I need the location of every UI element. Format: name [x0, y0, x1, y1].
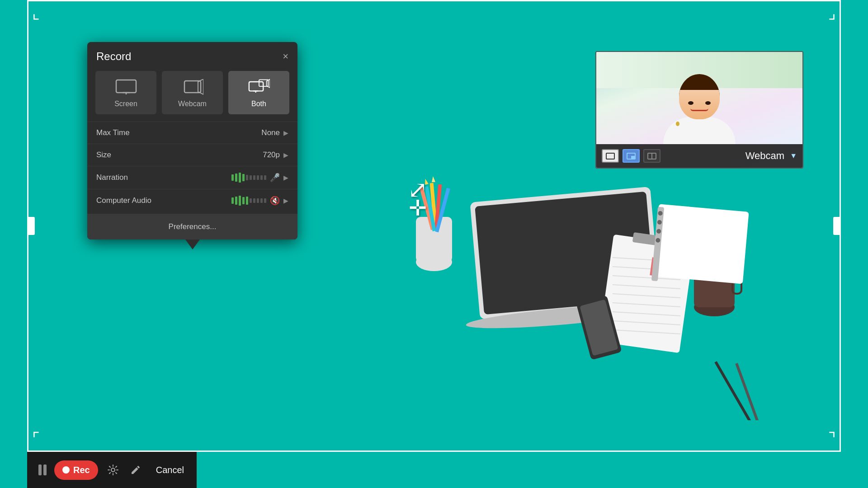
- svg-marker-24: [424, 178, 429, 185]
- source-screen-button[interactable]: Screen: [95, 71, 156, 114]
- layout-full-button[interactable]: [602, 149, 619, 163]
- narration-row[interactable]: Narration 🎤 ▶: [87, 166, 297, 189]
- computer-audio-label: Computer Audio: [96, 196, 231, 205]
- webcam-label: Webcam: [745, 150, 784, 162]
- narration-bars: [231, 173, 266, 183]
- corner-tl-icon: ⌞: [32, 5, 40, 21]
- source-webcam-label: Webcam: [178, 100, 207, 108]
- pause-button[interactable]: [33, 460, 52, 480]
- source-screen-label: Screen: [114, 100, 137, 108]
- svg-marker-25: [431, 176, 435, 183]
- dialog-tail: [185, 239, 200, 249]
- settings-button[interactable]: [103, 460, 123, 480]
- rec-label: Rec: [73, 465, 90, 475]
- narration-arrow-icon: ▶: [283, 174, 288, 181]
- layout-pip-button[interactable]: [623, 149, 640, 163]
- size-row[interactable]: Size 720p ▶: [87, 144, 297, 166]
- webcam-toolbar: Webcam ▼: [596, 144, 802, 168]
- pause-bar-left: [38, 465, 42, 475]
- settings-section: Max Time None ▶ Size 720p ▶ Narration: [87, 120, 297, 214]
- close-button[interactable]: ×: [283, 52, 288, 61]
- size-arrow-icon: ▶: [283, 151, 288, 159]
- rec-button[interactable]: Rec: [54, 460, 98, 480]
- corner-br-icon: ⌝: [828, 431, 836, 447]
- dialog-header: Record ×: [87, 42, 297, 69]
- rec-dot-icon: [62, 466, 70, 474]
- capture-area: ⤢ ✛ ⌞ ⌟ ⌜ ⌝: [27, 0, 841, 452]
- webcam-preview: Webcam ▼: [595, 51, 803, 169]
- edit-button[interactable]: [125, 460, 146, 480]
- svg-rect-30: [735, 363, 760, 420]
- source-webcam-button[interactable]: Webcam: [162, 71, 223, 114]
- computer-audio-bars: [231, 196, 266, 206]
- svg-rect-44: [116, 80, 136, 93]
- size-label: Size: [96, 150, 263, 160]
- corner-bl-icon: ⌜: [32, 431, 40, 447]
- max-time-row[interactable]: Max Time None ▶: [87, 122, 297, 144]
- computer-audio-row[interactable]: Computer Audio 🔇 ▶: [87, 189, 297, 212]
- speaker-icon: 🔇: [270, 196, 280, 206]
- webcam-dropdown-icon[interactable]: ▼: [790, 152, 797, 160]
- computer-audio-arrow-icon: ▶: [283, 197, 288, 204]
- source-buttons-group: Screen Webcam Both: [87, 69, 297, 120]
- dialog-title: Record: [96, 50, 131, 63]
- svg-point-54: [111, 468, 115, 472]
- source-both-button[interactable]: Both: [228, 71, 289, 114]
- max-time-value: None: [261, 128, 280, 137]
- source-both-label: Both: [251, 100, 266, 108]
- record-dialog: Record × Screen Webcam Both: [87, 42, 297, 239]
- svg-rect-41: [631, 156, 635, 159]
- corner-tr-icon: ⌟: [828, 5, 836, 21]
- size-value: 720p: [263, 150, 280, 160]
- pause-bar-right: [43, 465, 47, 475]
- both-icon: [248, 79, 270, 95]
- mic-icon: 🎤: [270, 173, 280, 183]
- max-time-label: Max Time: [96, 128, 261, 137]
- webcam-icon: [182, 79, 203, 95]
- preferences-button[interactable]: Preferences...: [87, 214, 297, 239]
- layout-side-button[interactable]: [643, 149, 660, 163]
- screen-icon: [115, 79, 137, 95]
- left-handle[interactable]: [28, 217, 35, 235]
- bottom-toolbar: Rec Cancel: [27, 452, 197, 488]
- narration-label: Narration: [96, 173, 231, 182]
- max-time-arrow-icon: ▶: [283, 129, 288, 136]
- svg-rect-31: [652, 204, 749, 284]
- right-handle[interactable]: [833, 217, 840, 235]
- svg-rect-39: [606, 153, 614, 159]
- cancel-button[interactable]: Cancel: [149, 460, 191, 480]
